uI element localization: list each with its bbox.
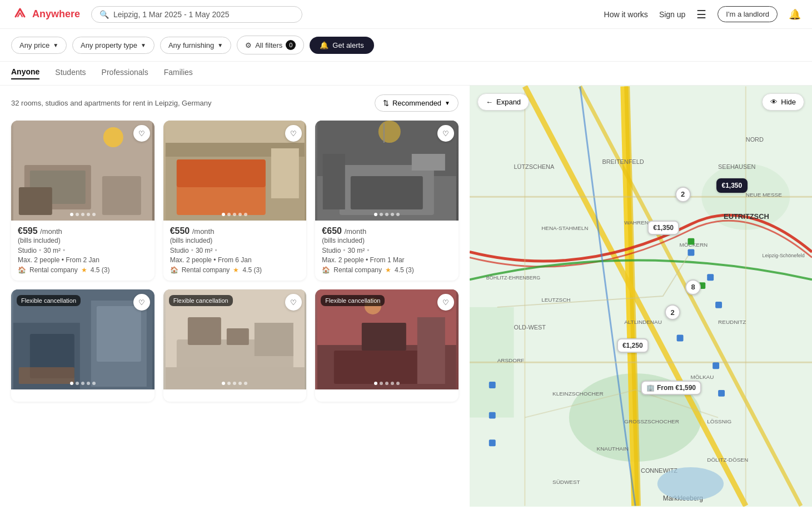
dot	[385, 213, 388, 216]
hamburger-icon[interactable]: ☰	[696, 8, 706, 21]
map-svg: LÜTZSCHENA BREITENFELD SEEHAUSEN HENA-ST…	[470, 86, 812, 507]
dot	[380, 382, 383, 385]
map-hide-button[interactable]: 👁 Hide	[762, 93, 804, 111]
nav-signup[interactable]: Sign up	[659, 10, 685, 19]
expand-label: Expand	[496, 98, 521, 106]
svg-point-80	[657, 467, 724, 501]
price-marker[interactable]: €1,250	[617, 338, 649, 353]
price-period: /month	[40, 227, 62, 236]
get-alerts-button[interactable]: 🔔 Get alerts	[310, 37, 373, 54]
svg-text:SEEHAUSEN: SEEHAUSEN	[718, 163, 755, 170]
sort-label: Recommended	[392, 99, 441, 107]
price-marker[interactable]: €1,350	[647, 221, 679, 235]
svg-rect-30	[226, 328, 248, 345]
tab-professionals[interactable]: Professionals	[102, 68, 148, 79]
svg-text:KLEINZSCHOCHER: KLEINZSCHOCHER	[552, 391, 604, 397]
card-footer: 🏠 Rental company ★ 4.5 (3)	[18, 266, 148, 274]
favorite-button[interactable]: ♡	[437, 125, 454, 142]
card-image: ♡	[11, 121, 155, 221]
star-icon: ★	[81, 266, 87, 274]
card-meta: Studio • 30 m² •	[18, 247, 148, 254]
svg-rect-72	[677, 335, 684, 342]
card-body	[315, 389, 459, 402]
image-dots	[374, 213, 400, 216]
svg-rect-32	[165, 367, 304, 389]
notification-icon[interactable]: 🔔	[789, 8, 801, 21]
dot	[233, 213, 236, 216]
property-card[interactable]: Flexible cancellation ♡	[11, 289, 155, 402]
landlord-type: Rental company	[29, 266, 78, 274]
logo[interactable]: Anywhere	[11, 6, 80, 23]
tab-anyone[interactable]: Anyone	[11, 67, 39, 79]
furnishing-filter[interactable]: Any furnishing ▼	[160, 37, 231, 54]
svg-rect-4	[19, 187, 52, 215]
svg-rect-77	[489, 439, 496, 446]
svg-point-14	[378, 121, 401, 143]
favorite-button[interactable]: ♡	[133, 125, 150, 142]
property-card[interactable]: Flexible cancellation ♡	[315, 289, 459, 402]
property-card[interactable]: ♡ €650 /month (bills included)	[315, 121, 459, 281]
property-type-filter[interactable]: Any property type ▼	[72, 37, 155, 54]
nav-how-it-works[interactable]: How it works	[604, 10, 648, 19]
all-filters-button[interactable]: ⚙ All filters 0	[237, 36, 304, 54]
search-bar[interactable]: 🔍 Leipzig, 1 Mar 2025 - 1 May 2025	[91, 6, 302, 23]
price-marker[interactable]: €1,350	[716, 178, 748, 193]
price-value: €595	[18, 226, 38, 236]
property-card[interactable]: Flexible cancellation ♡	[163, 289, 307, 402]
tab-families[interactable]: Families	[164, 68, 193, 79]
svg-rect-75	[489, 382, 496, 388]
dot	[238, 213, 242, 216]
map-background: LÜTZSCHENA BREITENFELD SEEHAUSEN HENA-ST…	[470, 86, 812, 507]
tab-students[interactable]: Students	[55, 68, 86, 79]
property-type: Studio	[170, 247, 189, 254]
property-type: Studio	[322, 247, 341, 254]
favorite-button[interactable]: ♡	[437, 294, 454, 311]
furnishing-chevron-icon: ▼	[217, 42, 223, 48]
card-details: Max. 2 people • From 6 Jan	[170, 256, 300, 264]
property-size: 30 m²	[43, 247, 61, 254]
price-marker-from[interactable]: 🏢 From €1,590	[641, 381, 701, 395]
star-icon: ★	[385, 266, 391, 274]
price-filter[interactable]: Any price ▼	[11, 37, 67, 54]
property-card[interactable]: ♡ €550 /month (bills included)	[163, 121, 307, 281]
flexible-cancellation-badge: Flexible cancellation	[169, 295, 233, 306]
rating: 4.5 (3)	[91, 266, 110, 274]
svg-rect-38	[417, 317, 445, 384]
get-alerts-label: Get alerts	[332, 41, 363, 49]
flexible-cancellation-badge: Flexible cancellation	[17, 295, 81, 306]
svg-rect-18	[412, 154, 445, 171]
dot	[70, 382, 73, 385]
svg-rect-74	[718, 390, 725, 397]
dot	[374, 213, 377, 216]
card-bills: (bills included)	[170, 237, 300, 244]
landlord-type: Rental company	[333, 266, 382, 274]
svg-rect-29	[187, 317, 221, 345]
furnishing-label: Any furnishing	[168, 41, 214, 49]
card-image: ♡	[163, 121, 307, 221]
price-marker-count[interactable]: 2	[675, 187, 691, 202]
svg-text:ALTLINDENAU: ALTLINDENAU	[624, 319, 662, 325]
favorite-button[interactable]: ♡	[133, 294, 150, 311]
building-icon: 🏢	[646, 384, 655, 392]
property-card[interactable]: ♡ €595 /month (bills included)	[11, 121, 155, 281]
landlord-button[interactable]: I'm a landlord	[718, 6, 778, 22]
map-expand-button[interactable]: ← Expand	[477, 93, 529, 111]
dot	[70, 213, 73, 216]
flexible-cancellation-badge: Flexible cancellation	[321, 295, 385, 306]
landlord-type: Rental company	[182, 266, 230, 274]
price-value: €650	[322, 226, 342, 236]
svg-rect-19	[323, 154, 345, 209]
sort-button[interactable]: ⇅ Recommended ▼	[375, 94, 459, 112]
image-dots	[222, 382, 247, 385]
svg-text:NORD: NORD	[746, 136, 764, 143]
svg-text:SÜDWEST: SÜDWEST	[552, 479, 580, 485]
all-filters-label: All filters	[255, 41, 282, 49]
dot	[233, 382, 236, 385]
listing-panel: 32 rooms, studios and apartments for ren…	[0, 86, 470, 507]
svg-rect-24	[97, 306, 141, 362]
card-price: €650 /month	[322, 226, 452, 236]
svg-rect-9	[176, 159, 265, 187]
filters-bar: Any price ▼ Any property type ▼ Any furn…	[0, 29, 812, 62]
price-marker-count[interactable]: 8	[685, 279, 701, 295]
dot	[374, 382, 377, 385]
